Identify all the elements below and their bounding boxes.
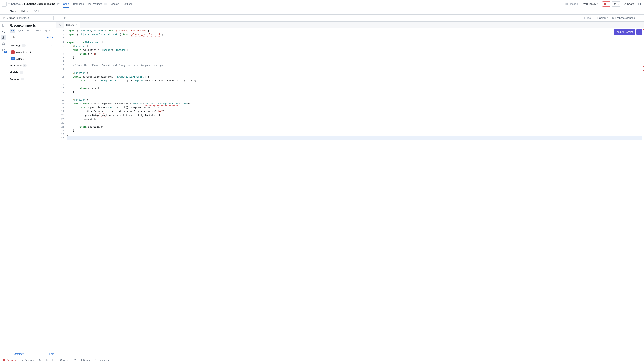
lineage-icon <box>565 3 568 6</box>
rail-imports[interactable] <box>1 35 6 40</box>
tab-pull-requests[interactable]: Pull requests1 <box>88 0 107 8</box>
ask-aip-assist-button[interactable]: Ask AIP Assist <box>614 29 635 35</box>
pull-request-icon <box>612 17 614 20</box>
file-tab-index-ts[interactable]: index.ts ✕ <box>64 21 80 28</box>
branch-new-button[interactable] <box>63 15 68 21</box>
main: 1 Resource imports All 2 fx0 0 0 Add Ont… <box>0 22 644 357</box>
bottom-file-changes[interactable]: File Changes <box>50 358 72 362</box>
minimap[interactable] <box>642 28 644 357</box>
tab-settings[interactable]: Settings <box>124 0 132 8</box>
bottom-functions[interactable]: fxFunctions <box>93 358 110 362</box>
error-icon <box>3 359 6 362</box>
chevron-down-icon <box>51 44 54 47</box>
add-button[interactable]: Add <box>46 36 54 39</box>
test-button[interactable]: Test <box>582 16 593 20</box>
more-actions-button[interactable] <box>637 15 642 21</box>
cmdk-button[interactable]: ⌘ K <box>612 1 620 6</box>
close-tab-icon[interactable]: ✕ <box>76 23 78 26</box>
group-functions: Functions0 <box>7 62 56 69</box>
group-header-sources[interactable]: Sources0 <box>7 76 56 82</box>
play-icon <box>39 359 41 361</box>
chip-globe[interactable]: 0 <box>44 29 51 33</box>
bottom-tests[interactable]: Tests <box>37 358 50 362</box>
code-content[interactable]: import { Function, Integer } from "@foun… <box>66 28 642 357</box>
line-gutter: 1234567891011121314151617181920212223242… <box>56 28 66 357</box>
code-editor[interactable]: 1234567891011121314151617181920212223242… <box>56 28 644 357</box>
chip-fx[interactable]: fx0 <box>26 29 33 33</box>
ontology-item-airport[interactable]: ✈ Airport <box>7 55 56 62</box>
chevron-down-icon <box>52 36 54 38</box>
bottom-task-runner[interactable]: Task Runner <box>72 358 93 362</box>
rail-packages[interactable] <box>1 41 6 46</box>
svg-point-27 <box>4 49 4 50</box>
panel-toggle-button[interactable] <box>637 1 642 7</box>
edit-link[interactable]: Edit <box>50 352 54 355</box>
propose-changes-button[interactable]: Propose changes <box>610 16 636 20</box>
svg-point-20 <box>614 18 614 19</box>
cmd-icon: ⌘ <box>614 2 616 6</box>
tab-checks[interactable]: Checks <box>111 0 119 8</box>
svg-point-29 <box>639 32 640 32</box>
aip-settings-button[interactable] <box>636 29 642 35</box>
breadcrumb-repo[interactable]: Functions Sidebar Testing <box>24 2 55 6</box>
branch-row: Branch test-branch Test Commit Propose c… <box>0 14 644 22</box>
menubar: File Help 1 <box>0 8 644 14</box>
header-tabs: Code Branches Pull requests1 Checks Sett… <box>63 0 132 8</box>
group-sources: Sources0 <box>7 76 56 82</box>
play-icon <box>584 17 586 19</box>
top-header: Sandbox › Functions Sidebar Testing Code… <box>0 0 644 8</box>
wrench-icon <box>20 359 23 362</box>
ontology-item-aircraft[interactable]: ✈ Aircraft Dec 4 <box>7 49 56 55</box>
sidebar-footer-label: Ontology <box>14 352 24 355</box>
rail-search[interactable] <box>1 29 6 34</box>
group-header-ontology[interactable]: Ontology 2 <box>7 42 56 49</box>
edit-pencil-button[interactable] <box>56 15 62 21</box>
error-mark <box>643 66 644 67</box>
editor-tabs: index.ts ✕ <box>56 22 644 28</box>
bottom-debugger[interactable]: Debugger <box>19 358 37 362</box>
share-button[interactable]: Share <box>622 2 636 6</box>
box-icon <box>18 30 21 32</box>
chip-all[interactable]: All <box>10 29 15 33</box>
rail-source-control[interactable]: 1 <box>1 47 6 53</box>
svg-rect-8 <box>640 3 641 5</box>
svg-point-23 <box>641 18 641 18</box>
group-header-functions[interactable]: Functions0 <box>7 62 56 69</box>
svg-point-25 <box>2 49 3 50</box>
file-icon <box>2 24 5 27</box>
group-ontology: Ontology 2 ✈ Aircraft Dec 4 ✈ Airport <box>7 42 56 62</box>
group-models: Models0 <box>7 69 56 76</box>
chevron-down-icon <box>597 3 599 5</box>
app-logo-icon[interactable] <box>2 2 6 6</box>
svg-rect-1 <box>8 4 10 5</box>
commit-button[interactable]: Commit <box>594 16 610 20</box>
breadcrumb-project[interactable]: Sandbox <box>8 2 21 6</box>
breadcrumb-repo-label: Functions Sidebar Testing <box>24 2 55 6</box>
bottom-problems[interactable]: Problems <box>1 358 19 362</box>
branch-graph-count[interactable]: 1 <box>34 10 39 13</box>
svg-point-11 <box>36 10 36 11</box>
menu-file[interactable]: File <box>10 10 16 13</box>
home-tab[interactable] <box>56 22 64 28</box>
home-icon <box>58 23 62 26</box>
gear-icon <box>638 31 640 34</box>
pencil-icon <box>58 17 60 20</box>
star-icon[interactable] <box>57 3 60 6</box>
filter-input[interactable] <box>10 34 45 40</box>
file-tab-label: index.ts <box>66 23 74 26</box>
cube-icon <box>10 353 12 355</box>
errors-badge-button[interactable]: 1 <box>602 1 610 6</box>
group-header-models[interactable]: Models0 <box>7 69 56 76</box>
download-icon <box>2 36 5 39</box>
menu-help[interactable]: Help <box>21 10 28 13</box>
chip-folder[interactable]: 0 <box>35 29 42 33</box>
chip-box[interactable]: 2 <box>17 29 24 33</box>
tab-branches[interactable]: Branches <box>73 0 84 8</box>
branch-selector[interactable]: Branch test-branch <box>1 16 54 20</box>
people-icon <box>624 3 626 6</box>
svg-point-9 <box>34 10 35 11</box>
lineage-button[interactable]: Lineage <box>564 2 579 6</box>
work-locally-button[interactable]: Work locally <box>581 2 601 6</box>
tab-code[interactable]: Code <box>63 0 69 8</box>
rail-files[interactable] <box>1 23 6 28</box>
